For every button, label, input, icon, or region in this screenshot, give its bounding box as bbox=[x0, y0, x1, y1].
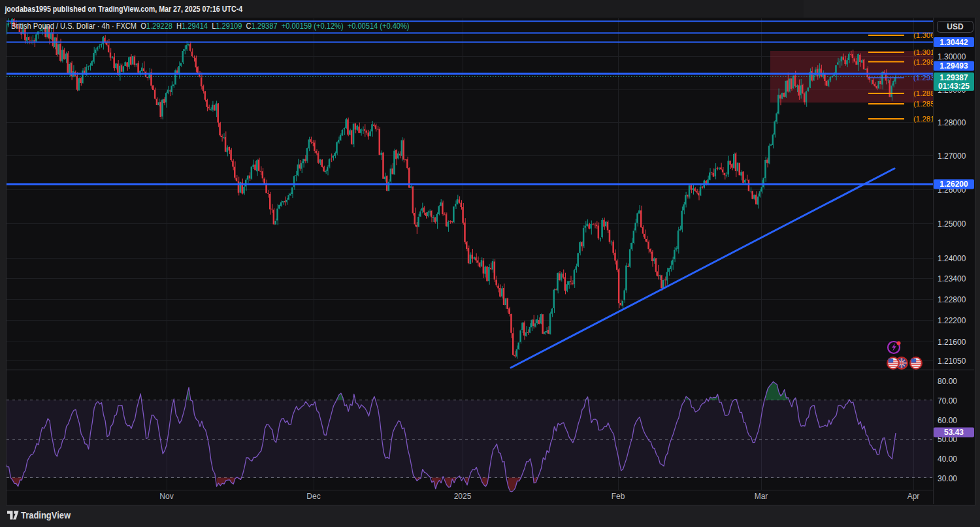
svg-text:1.22800: 1.22800 bbox=[938, 295, 966, 304]
svg-text:60.00: 60.00 bbox=[938, 416, 957, 425]
svg-text:1.21050: 1.21050 bbox=[938, 357, 966, 366]
svg-text:Mar: Mar bbox=[755, 492, 768, 501]
svg-text:1.29493: 1.29493 bbox=[939, 61, 968, 71]
svg-text:(1.28556): (1.28556) bbox=[913, 100, 945, 108]
svg-text:1.30000: 1.30000 bbox=[938, 52, 966, 61]
svg-text:USD: USD bbox=[947, 22, 964, 31]
svg-text:Dec: Dec bbox=[306, 492, 320, 501]
svg-text:1.29387: 1.29387 bbox=[939, 73, 968, 82]
svg-text:TradingView: TradingView bbox=[21, 510, 71, 520]
svg-text:Apr: Apr bbox=[907, 492, 920, 501]
svg-text:30.00: 30.00 bbox=[938, 474, 957, 483]
svg-text:Feb: Feb bbox=[612, 492, 625, 501]
svg-text:1.27000: 1.27000 bbox=[938, 152, 966, 161]
svg-text:1.21600: 1.21600 bbox=[938, 338, 966, 347]
svg-text:1.26200: 1.26200 bbox=[939, 180, 968, 189]
svg-text:1.30442: 1.30442 bbox=[939, 38, 968, 47]
svg-text:1.28000: 1.28000 bbox=[938, 118, 966, 127]
svg-text:80.00: 80.00 bbox=[938, 377, 957, 386]
svg-text:2025: 2025 bbox=[454, 492, 472, 501]
svg-text:1.25000: 1.25000 bbox=[938, 219, 966, 229]
svg-text:1.24000: 1.24000 bbox=[938, 254, 966, 263]
svg-text:Nov: Nov bbox=[159, 492, 173, 501]
svg-text:40.00: 40.00 bbox=[938, 455, 957, 464]
svg-text:53.43: 53.43 bbox=[944, 428, 964, 437]
svg-text:01:43:25: 01:43:25 bbox=[938, 82, 970, 91]
svg-text:1.22200: 1.22200 bbox=[938, 316, 966, 325]
svg-text:70.00: 70.00 bbox=[938, 396, 957, 406]
svg-text:1.23400: 1.23400 bbox=[938, 274, 966, 283]
